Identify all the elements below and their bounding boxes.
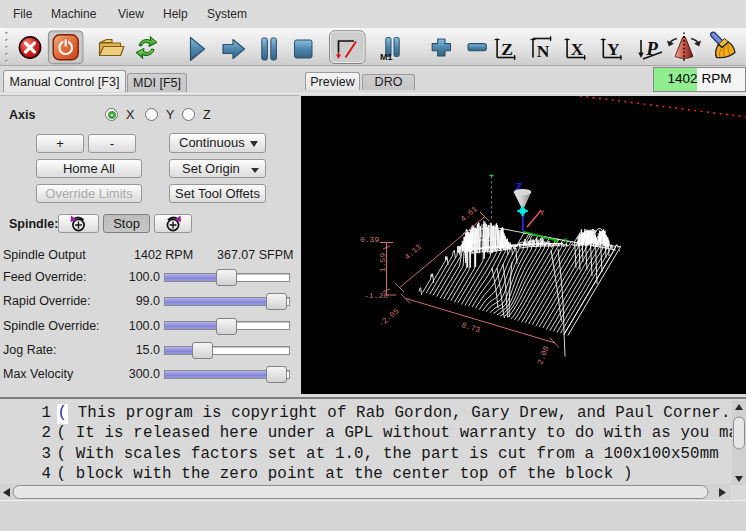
svg-text:4.13: 4.13 bbox=[403, 242, 424, 261]
svg-text:-1.20: -1.20 bbox=[364, 291, 388, 300]
svg-text:X: X bbox=[571, 39, 584, 59]
svg-text:2.08: 2.08 bbox=[535, 344, 550, 365]
svg-text:Z: Z bbox=[501, 39, 513, 59]
svg-text:1.59: 1.59 bbox=[378, 253, 387, 272]
svg-text:4.61: 4.61 bbox=[459, 204, 480, 223]
svg-text:8.73: 8.73 bbox=[460, 320, 481, 334]
svg-text:M1: M1 bbox=[380, 52, 393, 62]
svg-text:-2.05: -2.05 bbox=[377, 306, 401, 328]
svg-text:N: N bbox=[537, 41, 550, 61]
svg-text:X: X bbox=[563, 236, 568, 245]
svg-text:Y: Y bbox=[607, 39, 620, 59]
svg-text:Y: Y bbox=[540, 208, 545, 217]
svg-text:0.39: 0.39 bbox=[360, 235, 379, 244]
svg-text:P: P bbox=[645, 38, 658, 59]
